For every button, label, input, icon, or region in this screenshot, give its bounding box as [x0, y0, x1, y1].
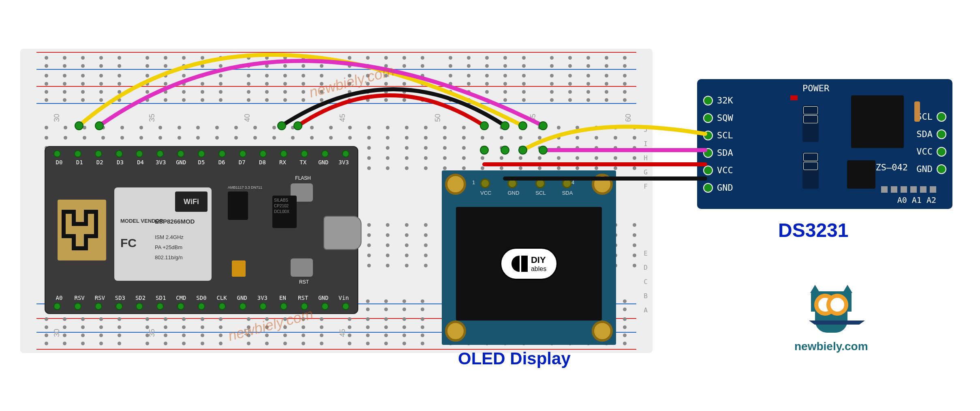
owl-icon — [807, 288, 856, 337]
nodemcu-pin-rsv — [95, 303, 102, 310]
col-label: 30 — [53, 114, 61, 122]
row-label: G — [644, 168, 648, 176]
label: PA +25dBm — [155, 244, 182, 250]
label: A0 — [53, 295, 65, 301]
esp8266-module: WiFi MODEL VENDOR ESP8266MOD ISM 2.4GHz … — [114, 187, 212, 281]
nodemcu-pin-d3 — [116, 150, 123, 157]
nodemcu-pin-d5 — [198, 150, 205, 157]
breadboard-hole-row — [45, 90, 636, 94]
label: 1 — [472, 179, 475, 185]
diyables-icon — [511, 256, 528, 272]
oled-display-module: VCC GND SCL SDA 1 4 DIY ables — [442, 170, 616, 345]
regulator-chip — [228, 192, 248, 220]
usb-serial-chip: SILABS CP2102 DCL00X — [272, 196, 297, 228]
label: CP2102 — [274, 204, 289, 208]
breadboard-hole-row — [45, 56, 636, 60]
breadboard-hole-row — [45, 82, 636, 86]
label: SILABS — [274, 198, 288, 202]
nodemcu-pin-en — [280, 303, 287, 310]
ds3231-pin-vcc: VCC — [703, 165, 733, 175]
label: VCC — [717, 165, 733, 175]
oled-pin-header: VCC GND SCL SDA — [480, 179, 573, 196]
label: A0 A1 A2 — [897, 195, 936, 205]
wifi-logo-icon: WiFi — [175, 192, 208, 212]
rail-minus-top2 — [36, 103, 636, 104]
nodemcu-esp8266: D0D1D2D3D43V3GNDD5D6D7D8RXTXGND3V3 A0RSV… — [45, 146, 358, 314]
oled-pin-scl — [535, 179, 545, 188]
pcb-antenna — [58, 200, 106, 260]
nodemcu-pin-3v3 — [259, 303, 267, 310]
nodemcu-pin-d4 — [136, 150, 143, 157]
nodemcu-pin-sd0 — [198, 303, 205, 310]
ds3231-pin-scl: SCL — [703, 130, 733, 140]
nodemcu-pin-d2 — [95, 150, 102, 157]
label: GND — [717, 183, 733, 193]
fcc-icon: FC — [120, 236, 137, 250]
label: D6 — [216, 159, 227, 166]
label: D1 — [74, 159, 85, 166]
nodemcu-pin-3v3 — [342, 150, 349, 157]
pin-hole — [937, 147, 946, 157]
label: SCL — [717, 130, 733, 140]
rail-plus-top — [36, 52, 636, 53]
oled-screen: DIY ables — [456, 207, 602, 321]
label: SD0 — [196, 295, 207, 301]
nodemcu-pin-d7 — [239, 150, 246, 157]
nodemcu-pin-gnd — [321, 150, 329, 157]
mounting-hole — [445, 321, 466, 342]
label: 3V3 — [155, 159, 167, 166]
header-block — [802, 105, 819, 142]
label: ISM 2.4GHz — [155, 234, 184, 240]
rail-plus-top2 — [36, 86, 636, 87]
label: POWER — [802, 83, 829, 93]
row-label: A — [644, 306, 648, 314]
nodemcu-pin-sd3 — [116, 303, 123, 310]
rail-minus-top — [36, 69, 636, 70]
label: D2 — [94, 159, 105, 166]
label: D0 — [53, 159, 65, 166]
mounting-hole — [592, 174, 613, 195]
addr-pads — [881, 186, 936, 193]
row-label: F — [644, 183, 648, 190]
eeprom-chip — [847, 160, 875, 189]
row-label: I — [644, 140, 648, 148]
label: EN — [277, 295, 289, 301]
nodemcu-pin-d6 — [218, 150, 226, 157]
pin-hole — [703, 148, 713, 158]
label: DIY — [531, 255, 546, 265]
label: SDA — [562, 190, 573, 196]
pin-hole — [703, 113, 713, 123]
label: GND — [916, 164, 933, 174]
label: SCL — [535, 190, 546, 196]
mounting-hole — [445, 174, 466, 195]
ds3231-pin-right-scl: SCL — [916, 112, 946, 122]
breadboard-hole-row — [45, 64, 636, 68]
label: ables — [531, 265, 546, 273]
diyables-logo: DIY ables — [500, 247, 558, 280]
ds3231-pin-right-vcc: VCC — [916, 146, 946, 157]
nodemcu-pin-d0 — [53, 150, 61, 157]
label: VCC — [916, 146, 933, 157]
label: DCL00X — [274, 209, 289, 214]
label: VCC — [480, 190, 491, 196]
label: FLASH — [295, 175, 311, 181]
label: D5 — [196, 159, 207, 166]
label: RST — [299, 279, 309, 285]
nodemcu-pin-rx — [280, 150, 287, 157]
label: CLK — [216, 295, 227, 301]
pin-hole — [937, 112, 946, 122]
col-label: 40 — [243, 329, 252, 337]
label: GND — [507, 190, 519, 196]
label: GND — [318, 295, 329, 301]
label: GND — [318, 159, 329, 166]
col-label: 30 — [53, 329, 61, 337]
ds3231-left-header: 32KSQWSCLSDAVCCGND — [703, 95, 733, 193]
breadboard-hole-row — [45, 98, 636, 102]
pin-hole — [937, 129, 946, 139]
reset-button[interactable] — [291, 258, 313, 277]
nodemcu-pin-rsv — [74, 303, 81, 310]
nodemcu-pin-sd2 — [136, 303, 143, 310]
ds3231-right-header: SCLSDAVCCGND — [916, 112, 946, 174]
label: ZS—042 — [876, 162, 908, 172]
row-label: H — [644, 154, 648, 162]
